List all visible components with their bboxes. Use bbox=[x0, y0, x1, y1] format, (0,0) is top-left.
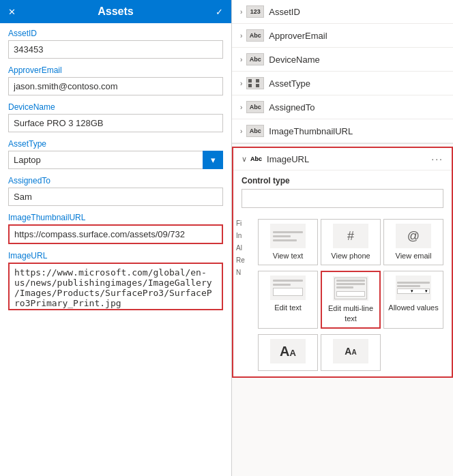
control-label-view-text: View text bbox=[273, 251, 303, 261]
select-wrap-assettype: Laptop ▾ bbox=[8, 151, 223, 169]
control-option-edit-text[interactable]: Edit text bbox=[258, 271, 318, 329]
type-badge-assignedto: Abc bbox=[246, 101, 264, 113]
type-badge-devicename: Abc bbox=[246, 53, 264, 65]
input-assignedto[interactable] bbox=[8, 188, 223, 206]
field-assignedto: AssignedTo bbox=[8, 176, 223, 206]
view-phone-icon: # bbox=[333, 224, 368, 248]
type-badge-assetid: 123 bbox=[246, 5, 264, 18]
font-small-icon: AA bbox=[333, 339, 368, 363]
controls-container: View text # View phone @ Vie bbox=[250, 216, 452, 376]
control-type-label: Control type bbox=[242, 176, 443, 185]
more-options-icon[interactable]: ··· bbox=[431, 153, 443, 164]
form-body: AssetID ApproverEmail DeviceName AssetTy… bbox=[0, 23, 231, 476]
control-option-edit-multiline[interactable]: Edit multi-line text bbox=[321, 271, 381, 329]
field-name-assettype: AssetType bbox=[269, 78, 310, 89]
input-devicename[interactable] bbox=[8, 114, 223, 132]
control-label-edit-text: Edit text bbox=[274, 303, 302, 312]
list-item-assetid[interactable]: › 123 AssetID bbox=[232, 0, 453, 24]
chevron-down-icon[interactable]: ∨ bbox=[242, 155, 247, 164]
field-name-assetid: AssetID bbox=[269, 7, 300, 17]
input-approveremail[interactable] bbox=[8, 77, 223, 95]
chevron-right-icon: › bbox=[240, 128, 242, 135]
field-approveremail: ApproverEmail bbox=[8, 65, 223, 95]
chevron-right-icon: › bbox=[240, 32, 242, 40]
imageurl-header-left: ∨ Abc ImageURL bbox=[242, 154, 309, 164]
control-option-view-phone[interactable]: # View phone bbox=[321, 219, 381, 265]
list-item-devicename[interactable]: › Abc DeviceName bbox=[232, 48, 453, 72]
list-item-approveremail[interactable]: › Abc ApproverEmail bbox=[232, 24, 453, 48]
control-type-section: Control type bbox=[233, 170, 452, 216]
control-label-allowed-values: Allowed values bbox=[388, 303, 438, 312]
label-assetid: AssetID bbox=[8, 29, 223, 38]
panel-title: Assets bbox=[98, 5, 133, 18]
edit-multiline-icon bbox=[333, 276, 368, 301]
edit-text-icon bbox=[270, 276, 306, 300]
filter-labels: Fi In Al Re N bbox=[233, 216, 250, 376]
type-badge-imagethumbnailurl: Abc bbox=[246, 125, 264, 137]
field-name-assignedto: AssignedTo bbox=[269, 102, 315, 113]
input-imagethumbnailurl[interactable] bbox=[8, 224, 223, 244]
textarea-imageurl[interactable]: https://www.microsoft.com/global/en-us/n… bbox=[8, 263, 223, 310]
control-option-font-large[interactable]: AA bbox=[258, 334, 318, 371]
view-text-icon bbox=[270, 224, 306, 248]
control-option-font-small[interactable]: AA bbox=[321, 334, 381, 371]
field-assetid: AssetID bbox=[8, 29, 223, 59]
label-assettype: AssetType bbox=[8, 139, 223, 149]
type-badge-imageurl: Abc bbox=[250, 155, 262, 162]
select-assettype[interactable]: Laptop bbox=[8, 151, 223, 169]
chevron-right-icon: › bbox=[240, 80, 242, 87]
label-assignedto: AssignedTo bbox=[8, 176, 223, 185]
left-header: ✕ Assets ✓ bbox=[0, 0, 231, 23]
confirm-icon[interactable]: ✓ bbox=[216, 7, 223, 17]
control-label-view-phone: View phone bbox=[331, 251, 370, 261]
label-approveremail: ApproverEmail bbox=[8, 65, 223, 75]
allowed-values-icon: ▾ bbox=[396, 276, 431, 300]
control-grid-row1: View text # View phone @ Vie bbox=[250, 216, 452, 271]
chevron-right-icon: › bbox=[240, 8, 242, 16]
empty-cell bbox=[383, 334, 443, 371]
control-option-view-text[interactable]: View text bbox=[258, 219, 318, 265]
label-imagethumbnailurl: ImageThumbnailURL bbox=[8, 213, 223, 222]
field-name-devicename: DeviceName bbox=[269, 55, 319, 65]
control-grid-row2: Edit text Edit multi-line text bbox=[250, 271, 452, 334]
list-item-assettype[interactable]: › AssetType bbox=[232, 72, 453, 95]
field-imagethumbnailurl: ImageThumbnailURL bbox=[8, 213, 223, 244]
field-name-approveremail: ApproverEmail bbox=[269, 31, 327, 41]
field-name-imagethumbnailurl: ImageThumbnailURL bbox=[269, 126, 353, 136]
field-imageurl: ImageURL https://www.microsoft.com/globa… bbox=[8, 251, 223, 312]
left-panel: ✕ Assets ✓ AssetID ApproverEmail DeviceN… bbox=[0, 0, 232, 476]
field-list: › 123 AssetID › Abc ApproverEmail › Abc … bbox=[232, 0, 453, 144]
view-email-icon: @ bbox=[396, 224, 431, 248]
chevron-right-icon: › bbox=[240, 56, 242, 63]
close-icon[interactable]: ✕ bbox=[8, 7, 16, 17]
list-item-assignedto[interactable]: › Abc AssignedTo bbox=[232, 95, 453, 119]
imageurl-field-name: ImageURL bbox=[267, 154, 309, 164]
list-item-imagethumbnailurl[interactable]: › Abc ImageThumbnailURL bbox=[232, 119, 453, 143]
filter-area: Fi In Al Re N View text bbox=[233, 216, 452, 376]
label-devicename: DeviceName bbox=[8, 102, 223, 112]
font-large-icon: AA bbox=[270, 339, 306, 363]
control-grid-row3: AA AA bbox=[250, 334, 452, 376]
chevron-right-icon: › bbox=[240, 104, 242, 111]
control-option-view-email[interactable]: @ View email bbox=[383, 219, 443, 265]
field-devicename: DeviceName bbox=[8, 102, 223, 132]
imageurl-header: ∨ Abc ImageURL ··· bbox=[233, 148, 452, 170]
control-option-allowed-values[interactable]: ▾ Allowed values bbox=[383, 271, 443, 329]
label-imageurl: ImageURL bbox=[8, 251, 223, 261]
imageurl-section: ∨ Abc ImageURL ··· Control type Fi In Al… bbox=[232, 147, 453, 378]
control-type-input[interactable] bbox=[242, 189, 443, 208]
type-badge-assettype bbox=[246, 77, 264, 89]
control-label-edit-multiline: Edit multi-line text bbox=[325, 303, 377, 323]
right-panel: › 123 AssetID › Abc ApproverEmail › Abc … bbox=[232, 0, 453, 476]
type-badge-approveremail: Abc bbox=[246, 29, 264, 42]
field-assettype: AssetType Laptop ▾ bbox=[8, 139, 223, 169]
control-label-view-email: View email bbox=[396, 251, 432, 261]
input-assetid[interactable] bbox=[8, 40, 223, 59]
